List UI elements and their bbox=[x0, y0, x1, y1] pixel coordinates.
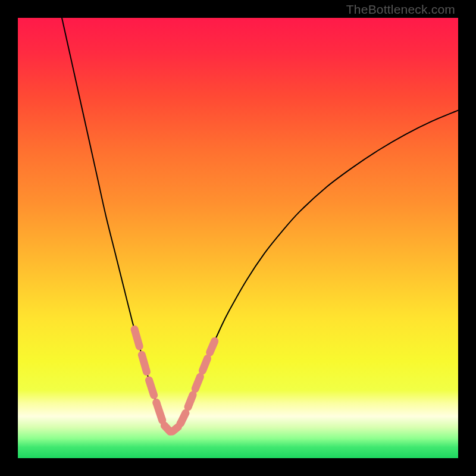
curve-bead bbox=[149, 380, 154, 395]
curve-bead bbox=[210, 341, 215, 352]
curve-bead bbox=[173, 427, 178, 431]
curve-bead bbox=[188, 395, 193, 407]
watermark-text: TheBottleneck.com bbox=[346, 2, 455, 17]
outer-frame: TheBottleneck.com bbox=[0, 0, 476, 476]
plot-area bbox=[18, 18, 458, 458]
curve-layer bbox=[18, 18, 458, 458]
bottleneck-curve bbox=[62, 18, 458, 433]
curve-bead bbox=[156, 403, 162, 421]
curve-bead bbox=[202, 359, 207, 371]
curve-bead bbox=[142, 355, 146, 371]
curve-bead bbox=[195, 377, 200, 389]
curve-bead bbox=[134, 330, 139, 346]
curve-bead bbox=[180, 423, 181, 424]
curve-beads-group bbox=[134, 330, 215, 432]
